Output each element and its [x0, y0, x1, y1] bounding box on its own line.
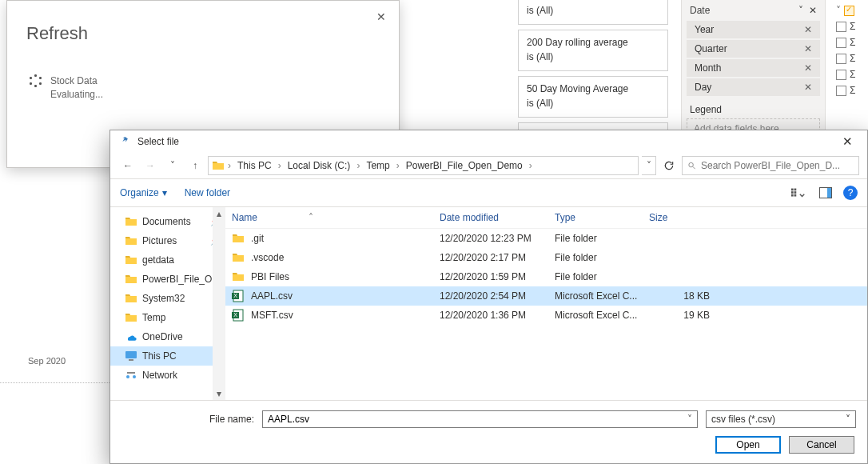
col-name[interactable]: Name ˄ [232, 212, 440, 223]
nav-item-pictures[interactable]: Pictures📌 [110, 231, 225, 250]
checkbox-icon [836, 22, 846, 32]
checkbox-icon [836, 54, 846, 64]
nav-item-getdata[interactable]: getdata [110, 250, 225, 270]
preview-pane-button[interactable] [816, 183, 835, 202]
file-row[interactable]: XAAPL.csv12/20/2020 2:54 PMMicrosoft Exc… [225, 286, 867, 306]
column-headers: Name ˄ Date modified Type Size [225, 207, 867, 229]
chevron-down-icon: ˅ [846, 414, 850, 425]
filter-card[interactable]: is (All) [518, 0, 668, 25]
breadcrumb-segment[interactable]: PowerBI_File_Open_Demo [403, 160, 526, 171]
nav-item-onedrive[interactable]: OneDrive [110, 327, 225, 346]
remove-field-icon[interactable]: ✕ [804, 82, 812, 93]
nav-item-network[interactable]: Network [110, 366, 225, 385]
file-row[interactable]: XMSFT.csv12/20/2020 1:36 PMMicrosoft Exc… [225, 306, 867, 325]
breadcrumb-segment[interactable]: This PC [234, 160, 275, 171]
search-input[interactable] [701, 160, 854, 171]
nav-back-button[interactable]: ← [118, 156, 137, 175]
breadcrumb-segment[interactable]: Local Disk (C:) [285, 160, 354, 171]
navpane-scrollbar[interactable]: ▴ ▾ [213, 207, 225, 400]
remove-field-icon[interactable]: ✕ [809, 5, 817, 16]
refresh-item: Stock Data [50, 74, 103, 88]
open-button[interactable]: Open [715, 436, 781, 454]
address-dropdown-button[interactable]: ˅ [642, 156, 656, 175]
svg-rect-4 [791, 191, 794, 194]
field-checkbox-row[interactable]: Σ [834, 53, 868, 64]
col-modified[interactable]: Date modified [440, 212, 555, 223]
svg-text:X: X [233, 293, 237, 298]
close-icon[interactable]: ✕ [838, 134, 858, 149]
svg-rect-6 [791, 194, 794, 197]
filter-cards: is (All) 200 Day rolling average is (All… [518, 0, 668, 150]
chevron-down-icon[interactable]: ˅ [683, 414, 697, 425]
remove-field-icon[interactable]: ✕ [804, 43, 812, 54]
nav-item-documents[interactable]: Documents📌 [110, 212, 225, 231]
field-checkbox-row[interactable]: Σ [834, 85, 868, 96]
file-name: PBI Files [251, 271, 289, 282]
field-well: Date ˅ ✕ Year✕Quarter✕Month✕Day✕ Legend … [681, 0, 826, 146]
file-type-filter[interactable]: csv files (*.csv) ˅ [706, 410, 856, 428]
svg-rect-7 [794, 194, 797, 197]
nav-forward-button: → [141, 156, 160, 175]
filename-input[interactable] [263, 414, 683, 425]
file-type: File folder [555, 233, 649, 244]
field-chip-label: Day [695, 82, 711, 93]
field-expand-row[interactable]: ˅ [834, 5, 868, 16]
field-chip-label: Year [695, 24, 714, 35]
checkbox-icon [836, 86, 846, 96]
file-type: File folder [555, 271, 649, 282]
chevron-down-icon[interactable]: ˅ [798, 5, 803, 16]
file-size: 19 KB [649, 310, 729, 321]
scroll-up[interactable]: ▴ [213, 207, 225, 220]
file-row[interactable]: .vscode12/20/2020 2:17 PMFile folder [225, 248, 867, 267]
fields-checkbox-list: ˅ΣΣΣΣΣ [834, 0, 868, 96]
remove-field-icon[interactable]: ✕ [804, 62, 812, 74]
filter-card[interactable]: 50 Day Moving Average is (All) [518, 76, 668, 118]
refresh-icon[interactable] [659, 156, 679, 175]
field-checkbox-row[interactable]: Σ [834, 37, 868, 48]
new-folder-button[interactable]: New folder [185, 187, 230, 198]
nav-item-system32[interactable]: System32 [110, 289, 225, 308]
nav-item-label: Documents [142, 216, 191, 227]
close-icon[interactable]: ✕ [376, 10, 386, 23]
cancel-button[interactable]: Cancel [789, 436, 854, 454]
remove-field-icon[interactable]: ✕ [804, 24, 812, 35]
file-modified: 12/20/2020 2:54 PM [440, 290, 555, 302]
breadcrumb-segment[interactable]: Temp [363, 160, 392, 171]
nav-item-temp[interactable]: Temp [110, 308, 225, 327]
file-row[interactable]: .git12/20/2020 12:23 PMFile folder [225, 229, 867, 248]
file-name: .vscode [251, 252, 284, 263]
col-type[interactable]: Type [555, 212, 649, 223]
field-chip[interactable]: Quarter✕ [687, 40, 820, 58]
file-type: Microsoft Excel C... [555, 310, 649, 321]
svg-rect-5 [794, 191, 797, 194]
breadcrumb-separator-icon: › [278, 160, 281, 171]
nav-up-button[interactable]: ↑ [185, 156, 205, 175]
filter-card[interactable]: 200 Day rolling average is (All) [518, 30, 668, 71]
help-button[interactable]: ? [843, 186, 858, 200]
field-checkbox-row[interactable]: Σ [834, 69, 868, 80]
nav-item-label: Temp [142, 312, 165, 323]
breadcrumb-separator-icon: › [529, 160, 532, 171]
field-chip[interactable]: Month✕ [687, 59, 820, 77]
nav-item-this-pc[interactable]: This PC [110, 346, 225, 366]
col-size[interactable]: Size [649, 212, 729, 223]
breadcrumb[interactable]: ›This PC›Local Disk (C:)›Temp›PowerBI_Fi… [208, 156, 639, 175]
svg-text:X: X [233, 312, 237, 318]
field-chip[interactable]: Day✕ [687, 78, 820, 96]
scroll-down[interactable]: ▾ [213, 387, 225, 400]
svg-point-0 [689, 162, 694, 167]
filename-combo[interactable]: ˅ [262, 410, 698, 428]
svg-line-1 [693, 166, 695, 169]
view-options-button[interactable] [789, 183, 808, 202]
spinner-icon [30, 74, 42, 87]
search-box[interactable] [682, 156, 859, 175]
file-name: .git [251, 233, 264, 244]
nav-item-powerbi-file-op[interactable]: PowerBI_File_Op [110, 270, 225, 289]
breadcrumb-separator-icon: › [356, 160, 360, 171]
field-checkbox-row[interactable]: Σ [834, 21, 868, 32]
field-chip[interactable]: Year✕ [687, 21, 820, 38]
file-modified: 12/20/2020 1:59 PM [440, 271, 555, 282]
recent-locations-button[interactable]: ˅ [163, 156, 182, 175]
organize-button[interactable]: Organize ▾ [120, 187, 167, 198]
file-row[interactable]: PBI Files12/20/2020 1:59 PMFile folder [225, 267, 867, 286]
